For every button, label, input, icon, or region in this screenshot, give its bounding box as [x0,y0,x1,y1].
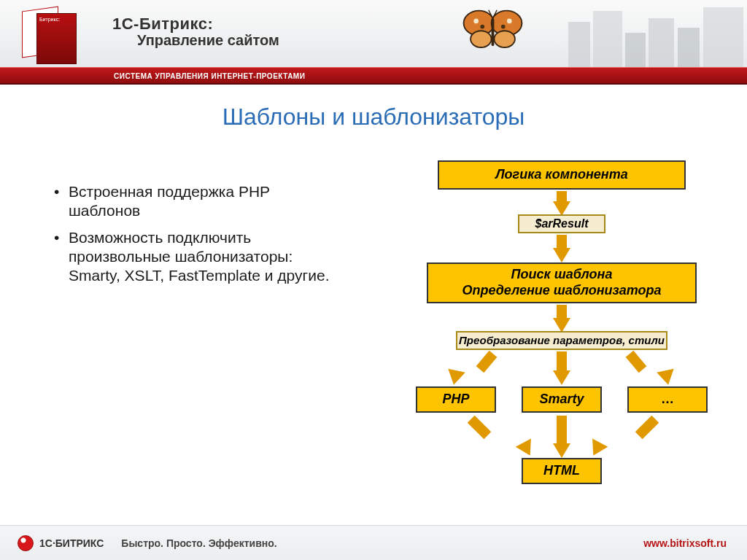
slide-header: Битрикс: 1С-Битрикс: Управление сайтом [0,0,747,67]
arrow-icon [476,351,498,373]
arrow-icon [553,201,570,216]
bullet-list: Встроенная поддержка PHP шаблонов Возмож… [53,182,337,292]
node-params: Преобразование параметров, стили [456,331,667,350]
node-search: Поиск шаблона Определение шаблонизатора [427,262,697,303]
slide-title: Шаблоны и шаблонизаторы [0,104,747,131]
footer-url: www.bitrixsoft.ru [643,537,727,549]
skyline-graphic [568,0,747,67]
node-html: HTML [522,458,602,484]
svg-rect-8 [492,18,495,46]
footer-tagline: Быстро. Просто. Эффективно. [121,537,276,549]
brand-line-2: Управление сайтом [137,32,279,49]
arrow-icon [445,369,465,387]
node-other: … [627,386,708,413]
svg-point-3 [494,31,515,47]
arrow-icon [516,439,538,460]
arrow-icon [635,416,659,440]
list-item: Возможность подключить произвольные шабл… [53,228,337,286]
footer-logo: 1С·БИТРИКС [18,535,104,551]
arrow-icon [553,318,570,332]
arrow-icon [586,439,608,460]
footer-logo-text: 1С·БИТРИКС [39,537,104,549]
logo-ball-icon [18,535,34,551]
list-item: Встроенная поддержка PHP шаблонов [53,182,337,221]
tagline-bar: СИСТЕМА УПРАВЛЕНИЯ ИНТЕРНЕТ-ПРОЕКТАМИ [0,67,747,85]
arrow-icon [553,443,570,458]
svg-point-2 [471,31,492,47]
arrow-icon [557,416,567,443]
node-arresult: $arResult [518,214,605,233]
arrow-icon [626,351,647,373]
arrow-icon [657,369,677,387]
brand-line-1: 1С-Битрикс: [112,15,279,34]
arrow-icon [553,248,570,262]
svg-point-7 [501,25,506,29]
svg-point-4 [473,19,479,24]
node-php: PHP [416,386,496,413]
butterfly-icon [458,6,527,57]
brand-title: 1С-Битрикс: Управление сайтом [112,15,279,49]
arrow-icon [553,370,570,385]
node-search-line2: Определение шаблонизатора [462,283,661,299]
node-smarty: Smarty [522,386,602,413]
svg-point-5 [507,19,512,24]
node-logic: Логика компонента [438,160,686,190]
svg-point-6 [480,25,484,29]
slide-body: Шаблоны и шаблонизаторы Встроенная подде… [0,104,747,534]
product-box-icon: Битрикс: [22,6,86,70]
arrow-icon [557,351,567,370]
node-search-line1: Поиск шаблона [511,267,613,283]
slide-footer: 1С·БИТРИКС Быстро. Просто. Эффективно. w… [0,525,747,560]
arrow-icon [468,416,492,440]
